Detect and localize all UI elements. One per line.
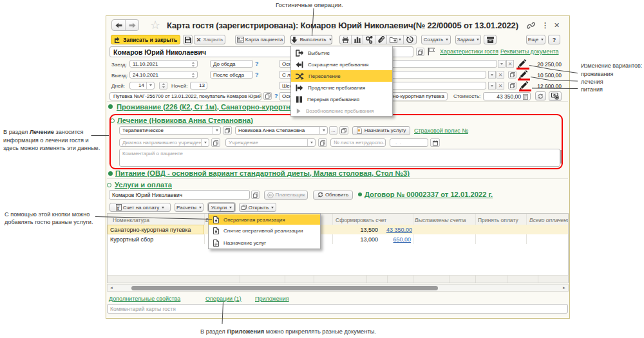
svg-text:$: $: [117, 207, 119, 211]
